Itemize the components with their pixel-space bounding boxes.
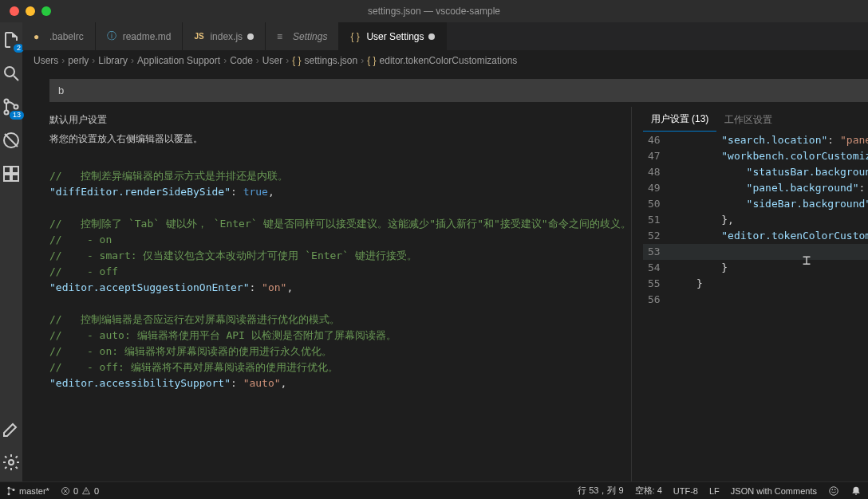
svg-rect-7 [4, 167, 10, 173]
scm-badge: 13 [10, 111, 24, 120]
line-number: 47 [643, 148, 672, 164]
status-bar: master* 0 0 行 53，列 9 空格: 4 UTF-8 LF JSON… [0, 481, 868, 499]
editor-tab[interactable]: ⓘreadme.md [96, 22, 183, 50]
indent-status[interactable]: 空格: 4 [635, 485, 662, 497]
line-number: 56 [643, 292, 672, 308]
settings-scope-tab[interactable]: 用户设置 (13) [643, 108, 717, 132]
edit-icon[interactable] [0, 418, 22, 440]
tab-label: Settings [293, 31, 327, 42]
code-line [49, 152, 631, 168]
code-line: 49 "panel.background": "#555555", [643, 180, 868, 196]
code-line [49, 200, 631, 216]
json-icon: { } [292, 55, 301, 66]
line-number: 52 [643, 228, 672, 244]
svg-rect-8 [12, 167, 18, 173]
svg-line-1 [14, 76, 18, 81]
extensions-icon[interactable] [0, 163, 22, 185]
line-number: 48 [643, 164, 672, 180]
debug-icon[interactable] [0, 129, 22, 151]
encoding-status[interactable]: UTF-8 [673, 486, 698, 496]
minimize-window-button[interactable] [26, 6, 35, 16]
code-line: // - off [49, 264, 631, 280]
code-line: // - off: 编辑器将不再对屏幕阅读器的使用进行优化。 [49, 360, 631, 375]
code-line: "editor.acceptSuggestionOnEnter": "on", [49, 280, 631, 296]
code-line: "diffEditor.renderSideBySide": true, [49, 184, 631, 200]
user-settings-code[interactable]: 46 "search.location": "panel",47 "workbe… [632, 132, 868, 481]
breadcrumb-segment[interactable]: Library [98, 55, 128, 66]
code-line: // 控制差异编辑器的显示方式是并排还是内联。 [49, 168, 631, 184]
branch-status[interactable]: master* [6, 486, 49, 496]
code-line: 55 } [643, 276, 868, 292]
tab-label: User Settings [366, 31, 424, 42]
window-title: settings.json — vscode-sample [368, 6, 500, 17]
code-line: 48 "statusBar.background": "#666666", [643, 164, 868, 180]
breadcrumb-symbol[interactable]: { } editor.tokenColorCustomizations [367, 55, 517, 66]
notifications-icon[interactable] [850, 485, 862, 497]
breadcrumb-segment[interactable]: perly [68, 55, 89, 66]
breadcrumb-segment[interactable]: Application Support [137, 55, 220, 66]
breadcrumb-segment[interactable]: User [262, 55, 282, 66]
breadcrumbs[interactable]: Users›perly›Library›Application Support›… [22, 50, 868, 71]
code-line: // - smart: 仅当建议包含文本改动时才可使用 `Enter` 键进行接… [49, 248, 631, 264]
settings-gear-icon[interactable] [0, 451, 22, 473]
breadcrumb-segment[interactable]: Users [34, 55, 58, 66]
chevron-right-icon: › [223, 55, 227, 66]
svg-point-4 [14, 105, 18, 109]
svg-line-6 [5, 134, 18, 147]
code-line: // - auto: 编辑器将使用平台 API 以检测是否附加了屏幕阅读器。 [49, 328, 631, 344]
code-line: 53 [643, 244, 868, 260]
problems-status[interactable]: 0 0 [61, 486, 99, 496]
chevron-right-icon: › [92, 55, 95, 66]
editor-tab[interactable]: JSindex.js [183, 22, 266, 50]
cursor-position-status[interactable]: 行 53，列 9 [578, 485, 623, 497]
editor-tab[interactable]: ≡Settings [266, 22, 339, 50]
code-line: 56 [643, 292, 868, 308]
settings-icon: ≡ [277, 31, 288, 42]
chevron-right-icon: › [286, 55, 289, 66]
line-number: 49 [643, 180, 672, 196]
chevron-right-icon: › [256, 55, 259, 66]
eol-status[interactable]: LF [709, 486, 720, 496]
svg-point-11 [9, 460, 14, 465]
babel-icon: ● [34, 31, 45, 42]
line-number: 51 [643, 212, 672, 228]
explorer-icon[interactable]: 2 [0, 29, 22, 51]
svg-point-3 [5, 111, 9, 115]
line-number: 54 [643, 260, 672, 276]
search-icon[interactable] [0, 62, 22, 84]
scm-icon[interactable]: 13 [0, 96, 22, 118]
svg-point-28 [832, 489, 833, 489]
settings-search-input[interactable] [49, 79, 868, 102]
tab-label: .babelrc [49, 31, 84, 42]
code-line: 54 } [643, 260, 868, 276]
default-settings-pane: 默认用户设置 将您的设置放入右侧编辑器以覆盖。 // 控制差异编辑器的显示方式是… [22, 107, 632, 481]
svg-point-0 [5, 67, 14, 77]
info-icon: ⓘ [107, 31, 118, 42]
text-cursor-icon: ⌶ [803, 252, 811, 268]
dirty-indicator [247, 33, 254, 40]
default-settings-title: 默认用户设置 [22, 107, 631, 132]
code-line [49, 296, 631, 312]
code-line: // - on [49, 232, 631, 248]
default-settings-code[interactable]: // 控制差异编辑器的显示方式是并排还是内联。"diffEditor.rende… [22, 152, 631, 481]
breadcrumb-file[interactable]: { } settings.json [292, 55, 357, 66]
maximize-window-button[interactable] [41, 6, 51, 16]
editor-tab[interactable]: ●.babelrc [22, 22, 96, 50]
close-window-button[interactable] [10, 6, 19, 16]
titlebar: settings.json — vscode-sample [0, 0, 868, 22]
chevron-right-icon: › [361, 55, 364, 66]
svg-rect-9 [4, 175, 10, 181]
language-status[interactable]: JSON with Comments [731, 486, 817, 496]
editor-tab[interactable]: { }User Settings [339, 22, 447, 50]
line-number: 46 [643, 132, 672, 148]
breadcrumb-segment[interactable]: Code [230, 55, 253, 66]
js-icon: JS [194, 31, 205, 42]
feedback-icon[interactable] [828, 485, 839, 497]
svg-point-29 [834, 489, 835, 489]
code-line: // 控制除了 `Tab` 键以外， `Enter` 键是否同样可以接受建议。这… [49, 216, 631, 232]
settings-scope-tabs: 用户设置 (13)工作区设置 [632, 107, 868, 132]
svg-rect-10 [12, 175, 18, 181]
line-number: 50 [643, 196, 672, 212]
settings-scope-tab[interactable]: 工作区设置 [716, 108, 780, 132]
code-line: 51 }, [643, 212, 868, 228]
